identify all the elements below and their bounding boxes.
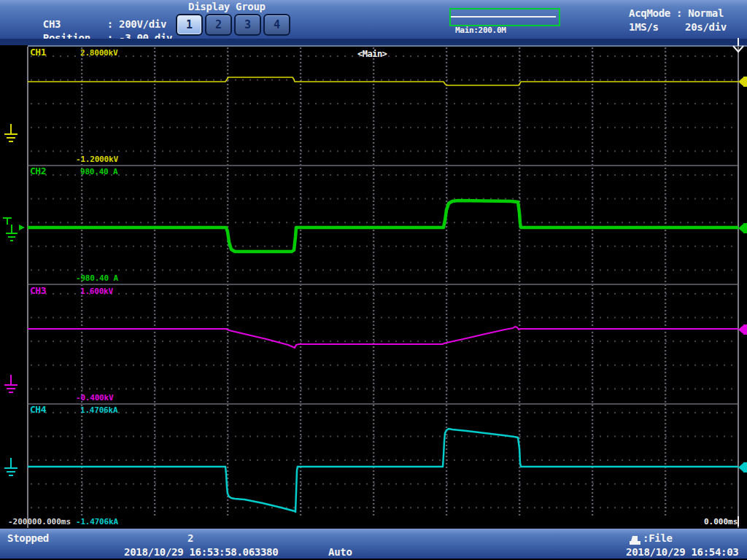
plot-top-border bbox=[28, 45, 747, 47]
channel-divider-3 bbox=[28, 403, 738, 405]
acquisition-count: 2 bbox=[187, 532, 193, 544]
display-group-button-2[interactable]: 2 bbox=[205, 14, 232, 36]
plot-right-border bbox=[738, 47, 739, 528]
display-group-button-3[interactable]: 3 bbox=[234, 14, 261, 36]
ch4-position-arrow-icon bbox=[738, 462, 747, 476]
ch1-ground-icon bbox=[2, 124, 21, 149]
ch1-position-arrow-icon bbox=[738, 76, 747, 90]
display-group-button-4[interactable]: 4 bbox=[263, 14, 290, 36]
ch3-label: CH3 bbox=[30, 285, 46, 296]
ch3-bottom-value: -0.400kV bbox=[76, 393, 113, 402]
main-zoom-label: <Main> bbox=[357, 49, 387, 59]
run-state-label: Stopped bbox=[7, 532, 49, 544]
ch3-top-value: 1.600kV bbox=[80, 287, 113, 296]
plot-left-border bbox=[27, 47, 28, 528]
trigger-position-marker-icon bbox=[731, 38, 747, 58]
status-bar: Stopped 2 2018/10/29 16:53:58.063380 Aut… bbox=[0, 529, 747, 559]
ch4-bottom-value: -1.4706kA bbox=[76, 517, 118, 526]
ch1-label: CH1 bbox=[30, 47, 46, 58]
system-clock: 2018/10/29 16:54:03 bbox=[626, 546, 738, 558]
acquisition-window-indicator bbox=[449, 8, 560, 26]
waveform-display-area: <Main> CH1 2.8000kV -1.2000kV CH2 980.40… bbox=[0, 45, 747, 529]
ch2-top-value: 980.40 A bbox=[80, 167, 117, 176]
ch1-top-value: 2.8000kV bbox=[80, 48, 117, 58]
ch2-bottom-value: -980.40 A bbox=[76, 273, 118, 283]
ch2-trigger-ground-icon bbox=[1, 216, 25, 248]
ch4-ground-icon bbox=[2, 458, 21, 483]
record-length-label: Main:200.0M bbox=[455, 26, 506, 35]
acq-mode-label: AcqMode : Normal bbox=[629, 7, 724, 19]
ch3-ground-icon bbox=[2, 375, 21, 400]
sample-rate-label: 1MS/s bbox=[629, 21, 659, 33]
ch2-label: CH2 bbox=[30, 166, 46, 176]
ch4-label: CH4 bbox=[30, 404, 46, 415]
time-right-label: 0.000ms bbox=[704, 517, 738, 526]
display-group-title: Display Group bbox=[188, 1, 266, 12]
ch4-top-value: 1.4706kA bbox=[80, 405, 117, 415]
file-menu-label: :File bbox=[643, 532, 673, 544]
top-separator bbox=[0, 39, 747, 45]
trigger-mode-label: Auto bbox=[328, 546, 352, 558]
display-group-button-1[interactable]: 1 bbox=[176, 14, 203, 36]
oscilloscope-screen: CH3: 200V/div Position: -3.00 div Displa… bbox=[0, 0, 747, 560]
ch1-bottom-value: -1.2000kV bbox=[76, 155, 118, 164]
channel-divider-2 bbox=[28, 284, 738, 285]
time-left-label: -200000.000ms bbox=[8, 517, 71, 526]
acquisition-window-position bbox=[451, 16, 556, 18]
display-group-buttons: 1 2 3 4 bbox=[176, 14, 290, 36]
ch2-position-arrow-icon bbox=[738, 222, 747, 237]
ch3-position-arrow-icon bbox=[738, 324, 747, 338]
graticule-grid bbox=[28, 47, 738, 518]
trigger-timestamp: 2018/10/29 16:53:58.063380 bbox=[124, 546, 278, 558]
top-bar: CH3: 200V/div Position: -3.00 div Displa… bbox=[0, 0, 747, 39]
timebase-label: 20s/div bbox=[685, 21, 727, 33]
channel-divider-1 bbox=[28, 165, 738, 166]
